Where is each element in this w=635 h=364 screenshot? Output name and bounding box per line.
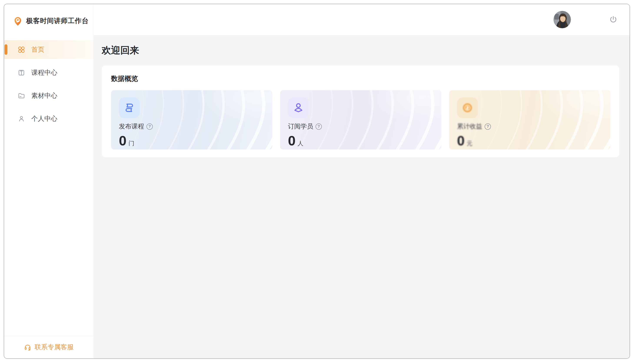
stat-card-subscribed-students: 订阅学员 ? 0 人 xyxy=(280,90,441,150)
stat-label: 订阅学员 xyxy=(288,122,313,131)
sidebar-item-profile[interactable]: 个人中心 xyxy=(4,109,94,128)
stats-row: 发布课程 ? 0 门 xyxy=(111,90,610,150)
sidebar-nav: 首页 课程中心 素材中心 xyxy=(4,40,94,132)
stat-icon-tile xyxy=(119,97,140,118)
main-area: 欢迎回来 数据概览 xyxy=(94,4,630,358)
stat-value: 0 xyxy=(457,134,464,148)
app-window: 极客时间讲师工作台 首页 课程中心 xyxy=(4,4,630,359)
books-icon xyxy=(123,102,136,114)
sidebar-item-label: 素材中心 xyxy=(31,91,57,100)
help-icon[interactable]: ? xyxy=(146,124,153,130)
avatar[interactable] xyxy=(554,11,571,28)
contact-support-button[interactable]: 联系专属客服 xyxy=(4,336,94,358)
help-icon[interactable]: ? xyxy=(484,124,491,130)
sidebar-item-label: 首页 xyxy=(31,45,44,54)
stat-label: 发布课程 xyxy=(119,122,144,131)
sidebar-item-materials[interactable]: 素材中心 xyxy=(4,86,94,105)
sidebar: 极客时间讲师工作台 首页 课程中心 xyxy=(4,4,94,358)
stat-value: 0 xyxy=(288,134,295,148)
folder-icon xyxy=(18,92,25,100)
app-title: 极客时间讲师工作台 xyxy=(26,16,89,26)
sidebar-item-label: 个人中心 xyxy=(31,114,57,123)
data-overview-card: 数据概览 xyxy=(102,66,619,157)
stat-label: 累计收益 xyxy=(457,122,482,131)
user-icon xyxy=(18,115,25,122)
sidebar-item-courses[interactable]: 课程中心 xyxy=(4,63,94,82)
logout-button[interactable] xyxy=(609,16,618,24)
stat-card-published-courses: 发布课程 ? 0 门 xyxy=(111,90,272,150)
app-logo[interactable]: 极客时间讲师工作台 xyxy=(13,16,94,26)
power-icon xyxy=(609,16,618,24)
stat-card-cumulative-earnings: 累计收益 ? 0 元 xyxy=(449,90,610,150)
user-avatar xyxy=(554,11,571,28)
stat-icon-tile xyxy=(288,97,309,118)
stat-unit: 门 xyxy=(128,140,134,147)
topbar xyxy=(94,4,630,35)
stat-unit: 元 xyxy=(466,140,472,147)
sidebar-item-home[interactable]: 首页 xyxy=(4,40,94,59)
geektime-logo-icon xyxy=(13,16,23,26)
stat-unit: 人 xyxy=(298,140,303,147)
stat-value: 0 xyxy=(119,134,126,148)
student-icon xyxy=(292,102,304,114)
stat-icon-tile xyxy=(457,97,478,118)
coin-icon xyxy=(461,102,474,114)
page-title: 欢迎回来 xyxy=(102,44,619,57)
active-indicator xyxy=(4,44,8,55)
headset-icon xyxy=(24,344,31,351)
content: 欢迎回来 数据概览 xyxy=(94,35,630,157)
sidebar-item-label: 课程中心 xyxy=(31,68,57,77)
grid-icon xyxy=(18,46,25,54)
contact-support-label: 联系专属客服 xyxy=(34,343,74,352)
book-icon xyxy=(18,69,25,76)
help-icon[interactable]: ? xyxy=(316,124,322,130)
overview-title: 数据概览 xyxy=(111,74,610,83)
